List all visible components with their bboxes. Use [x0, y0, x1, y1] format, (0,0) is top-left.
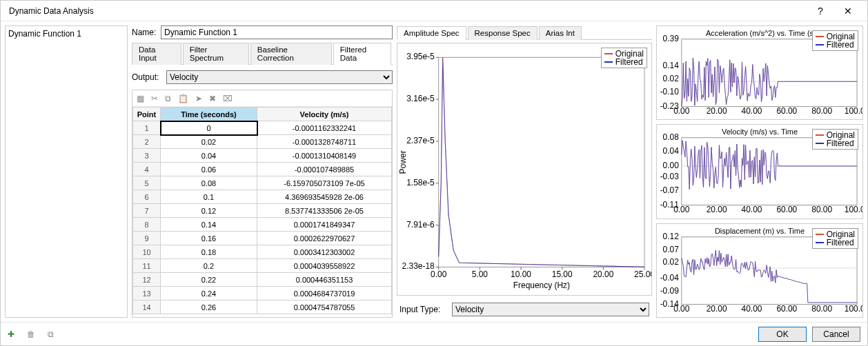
- tab-amplitude-spec[interactable]: Amplitude Spec: [397, 26, 466, 40]
- table-cell-time[interactable]: 0.12: [161, 204, 257, 218]
- table-row-point[interactable]: 5: [133, 176, 161, 190]
- tab-arias-int[interactable]: Arias Int: [539, 26, 582, 40]
- function-list-item[interactable]: Dynamic Function 1: [8, 29, 124, 39]
- svg-text:0.02: 0.02: [663, 74, 679, 83]
- table-cell-time[interactable]: 0.2: [161, 259, 257, 273]
- table-row-point[interactable]: 10: [133, 245, 161, 259]
- insert-row-icon[interactable]: ➤: [195, 94, 202, 103]
- cut-icon[interactable]: ✂: [151, 94, 158, 103]
- svg-text:0.02: 0.02: [663, 257, 679, 267]
- svg-text:0.04: 0.04: [663, 147, 679, 156]
- copy-icon[interactable]: ⧉: [48, 329, 54, 339]
- tab-filtered-data[interactable]: Filtered Data: [333, 43, 391, 65]
- tab-filter-spectrum[interactable]: Filter Spectrum: [183, 43, 249, 65]
- table-toolbar: ▦ ✂ ⧉ 📋 ➤ ✖ ⌧: [132, 90, 392, 107]
- table-cell-time[interactable]: 0.26: [161, 301, 257, 314]
- table-cell-value[interactable]: 8.537741333506 2e-05: [257, 204, 392, 218]
- clear-icon[interactable]: ⌧: [223, 94, 233, 103]
- col-time[interactable]: Time (seconds): [161, 108, 257, 121]
- table-row-point[interactable]: 7: [133, 204, 161, 218]
- select-icon[interactable]: ▦: [137, 94, 144, 103]
- table-cell-value[interactable]: 0.0003412303002: [257, 245, 392, 259]
- table-cell-time[interactable]: 0.04: [161, 149, 257, 163]
- svg-text:-0.23: -0.23: [660, 101, 679, 110]
- table-row-point[interactable]: 12: [133, 273, 161, 287]
- tab-data-input[interactable]: Data Input: [132, 43, 181, 65]
- delete-row-icon[interactable]: ✖: [209, 94, 216, 103]
- svg-text:25.00: 25.00: [634, 269, 651, 279]
- spec-tabs: Amplitude Spec Response Spec Arias Int: [397, 26, 652, 40]
- input-type-select[interactable]: Velocity: [452, 303, 649, 316]
- svg-text:100.00: 100.00: [845, 205, 862, 214]
- data-table-scroll[interactable]: Point Time (seconds) Velocity (m/s) 1 0 …: [132, 107, 392, 317]
- table-cell-value[interactable]: 0.0004754787055: [257, 301, 392, 314]
- table-cell-value[interactable]: 4.369693545928 2e-06: [257, 190, 392, 204]
- table-cell-time[interactable]: 0.1: [161, 190, 257, 204]
- table-cell-value[interactable]: -0.0001328748711: [257, 135, 392, 149]
- table-row-point[interactable]: 8: [133, 218, 161, 232]
- input-type-row: Input Type: Velocity: [397, 298, 652, 318]
- preview-charts: Acceleration (m/s^2) vs. Time (s 0.0020.…: [656, 26, 863, 318]
- table-cell-time[interactable]: 0: [161, 121, 257, 135]
- tab-response-spec[interactable]: Response Spec: [468, 26, 537, 40]
- delete-icon[interactable]: 🗑: [27, 329, 35, 339]
- svg-text:Power: Power: [398, 150, 408, 174]
- svg-text:40.00: 40.00: [742, 205, 762, 214]
- col-velocity[interactable]: Velocity (m/s): [257, 108, 392, 121]
- table-cell-time[interactable]: 0.18: [161, 245, 257, 259]
- table-row-point[interactable]: 14: [133, 301, 161, 314]
- svg-text:7.91e-6: 7.91e-6: [406, 220, 435, 230]
- table-cell-value[interactable]: 0.0004684737019: [257, 287, 392, 301]
- legend-swatch-filtered: [816, 44, 824, 45]
- table-cell-time[interactable]: 0.24: [161, 287, 257, 301]
- ok-button[interactable]: OK: [758, 327, 807, 342]
- table-cell-time[interactable]: 0.02: [161, 135, 257, 149]
- accel-legend: Original Filtered: [812, 30, 858, 51]
- tab-baseline-correction[interactable]: Baseline Correction: [250, 43, 332, 65]
- legend-filtered: Filtered: [827, 139, 854, 147]
- table-cell-value[interactable]: -0.0001310408149: [257, 149, 392, 163]
- add-icon[interactable]: ✚: [8, 329, 14, 339]
- name-input[interactable]: [161, 26, 393, 39]
- amplitude-chart: 0.005.0010.0015.0020.0025.002.33e-187.91…: [397, 43, 652, 296]
- table-row-point[interactable]: 4: [133, 163, 161, 176]
- svg-text:0.14: 0.14: [663, 61, 679, 70]
- table-cell-time[interactable]: 0.16: [161, 232, 257, 245]
- table-row-point[interactable]: 2: [133, 135, 161, 149]
- help-button[interactable]: ?: [807, 6, 834, 17]
- copy-icon[interactable]: ⧉: [165, 94, 171, 103]
- output-label: Output:: [132, 72, 162, 82]
- svg-text:5.00: 5.00: [472, 269, 489, 279]
- svg-text:60.00: 60.00: [776, 205, 797, 214]
- col-point[interactable]: Point: [133, 108, 161, 121]
- svg-text:2.37e-5: 2.37e-5: [406, 136, 435, 145]
- table-row-point[interactable]: 9: [133, 232, 161, 245]
- close-button[interactable]: ✕: [834, 6, 862, 17]
- paste-icon[interactable]: 📋: [178, 94, 188, 103]
- table-row-point[interactable]: 6: [133, 190, 161, 204]
- table-cell-time[interactable]: 0.06: [161, 163, 257, 176]
- table-cell-value[interactable]: -0.000107489885: [257, 163, 392, 176]
- table-row-point[interactable]: 1: [133, 121, 161, 135]
- table-row-point[interactable]: 3: [133, 149, 161, 163]
- svg-text:40.00: 40.00: [742, 106, 762, 116]
- table-cell-time[interactable]: 0.14: [161, 218, 257, 232]
- table-cell-value[interactable]: 0.000446351153: [257, 273, 392, 287]
- svg-text:-0.03: -0.03: [660, 172, 679, 181]
- table-cell-value[interactable]: 0.0001741849347: [257, 218, 392, 232]
- table-cell-value[interactable]: -0.0001162332241: [257, 121, 392, 135]
- table-cell-value[interactable]: 0.0002622970627: [257, 232, 392, 245]
- table-row-point[interactable]: 11: [133, 259, 161, 273]
- table-cell-time[interactable]: 0.08: [161, 176, 257, 190]
- legend-swatch-original: [604, 53, 613, 54]
- output-select[interactable]: Velocity: [166, 70, 393, 84]
- table-cell-time[interactable]: 0.22: [161, 273, 257, 287]
- table-row-point[interactable]: 13: [133, 287, 161, 301]
- function-list[interactable]: Dynamic Function 1: [5, 26, 128, 318]
- table-cell-value[interactable]: -6.159705073109 7e-05: [257, 176, 392, 190]
- svg-text:100.00: 100.00: [845, 106, 862, 116]
- table-cell-value[interactable]: 0.0004039558922: [257, 259, 392, 273]
- cancel-button[interactable]: Cancel: [812, 327, 860, 342]
- center-tabs: Data Input Filter Spectrum Baseline Corr…: [132, 42, 393, 65]
- velocity-legend: Original Filtered: [812, 129, 858, 150]
